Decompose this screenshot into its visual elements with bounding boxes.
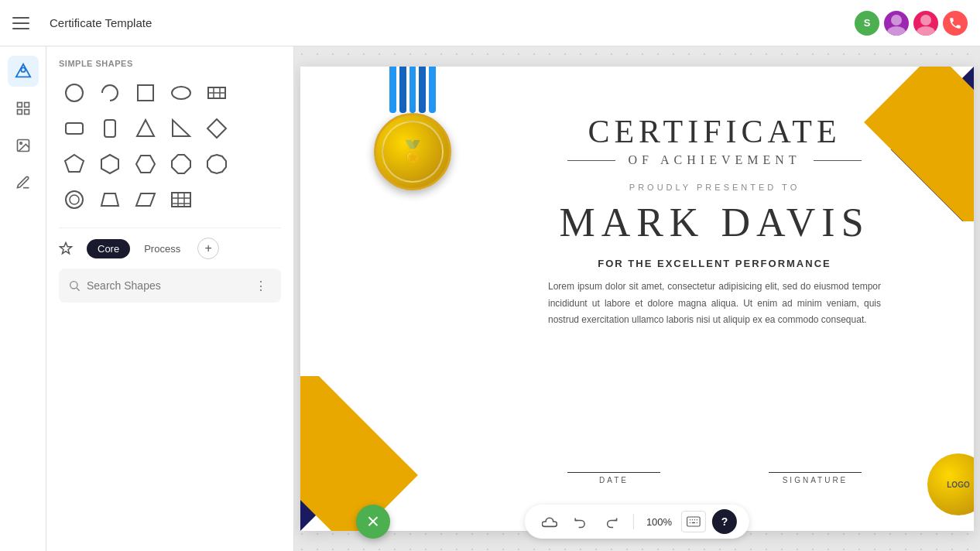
certificate-name: MARK DAVIS (559, 200, 869, 245)
svg-rect-20 (105, 120, 115, 137)
sidebar-icon-draw[interactable] (8, 167, 39, 198)
shapes-search-bar: ⋮ (59, 269, 281, 303)
shape-hexagon-2[interactable] (130, 149, 161, 180)
svg-marker-23 (207, 119, 226, 138)
shape-parallelogram[interactable] (130, 184, 161, 215)
certificate-content: CERTIFICATE OF ACHIEVEMENT PROUDLY PRESE… (502, 113, 927, 484)
menu-button[interactable] (12, 11, 37, 36)
svg-marker-27 (172, 155, 190, 173)
undo-button[interactable] (568, 509, 593, 534)
certificate-lorem: Lorem ipsum dolor sit amet, consectetur … (548, 279, 881, 329)
svg-point-0 (891, 15, 902, 26)
sidebar-icon-shapes[interactable] (8, 56, 39, 87)
bottom-toolbar: 100% ? (525, 505, 749, 539)
avatar-s[interactable]: S (855, 11, 879, 36)
shape-circle[interactable] (59, 77, 90, 108)
cert-signature-label: SIGNATURE (783, 476, 848, 484)
avatar-p1[interactable] (884, 11, 909, 36)
svg-marker-32 (136, 193, 155, 206)
shapes-grid (59, 77, 281, 215)
svg-point-12 (66, 84, 83, 101)
certificate-subtitle-row: OF ACHIEVEMENT (567, 153, 862, 167)
shape-arc[interactable] (94, 77, 125, 108)
svg-point-29 (66, 191, 83, 208)
svg-rect-7 (24, 103, 29, 108)
search-shapes-input[interactable] (87, 279, 244, 292)
document-title: Certificate Template (50, 16, 855, 29)
fab-button[interactable]: × (356, 505, 390, 539)
svg-point-3 (917, 26, 935, 36)
svg-point-5 (21, 67, 26, 72)
svg-rect-33 (172, 193, 190, 207)
certificate-title: CERTIFICATE (588, 113, 841, 150)
medal: 🏅 (362, 67, 463, 190)
certificate-performance: FOR THE EXCELLENT PERFORMANCE (598, 258, 831, 269)
medal-ribbon (389, 67, 436, 113)
cert-date-sig: DATE (567, 472, 660, 484)
svg-point-1 (887, 26, 906, 36)
shape-rounded-rect-2[interactable] (94, 113, 125, 144)
keyboard-icon-button[interactable] (681, 511, 706, 532)
simple-shapes-label: SIMPLE SHAPES (59, 59, 281, 68)
left-sidebar (0, 46, 46, 551)
certificate-subtitle: OF ACHIEVEMENT (628, 153, 800, 167)
svg-point-39 (70, 282, 77, 289)
shape-grid-rect[interactable] (201, 77, 232, 108)
svg-rect-6 (17, 103, 22, 108)
medal-circle: 🏅 (374, 113, 451, 190)
shape-circle-2[interactable] (59, 184, 90, 215)
svg-marker-21 (137, 120, 154, 136)
svg-rect-41 (687, 517, 701, 526)
svg-marker-28 (207, 155, 226, 173)
shape-rounded-rect[interactable] (59, 113, 90, 144)
shapes-tab-process[interactable]: Process (133, 239, 191, 258)
shape-diamond[interactable] (201, 113, 232, 144)
svg-marker-26 (136, 156, 155, 173)
shape-table[interactable] (166, 184, 197, 215)
shapes-tab-add[interactable]: + (197, 238, 219, 259)
zoom-level: 100% (643, 516, 675, 528)
search-icon (68, 279, 81, 292)
shapes-search-more-button[interactable]: ⋮ (250, 275, 272, 296)
cloud-icon-button[interactable] (537, 509, 562, 534)
collaborators-area: S (855, 11, 968, 36)
sidebar-icon-image[interactable] (8, 130, 39, 161)
shape-octagon[interactable] (166, 149, 197, 180)
shape-right-triangle[interactable] (166, 113, 197, 144)
svg-marker-24 (65, 155, 84, 172)
svg-rect-9 (24, 110, 29, 115)
avatar-p2[interactable] (913, 11, 938, 36)
cert-logo-circle: LOGO (927, 453, 974, 515)
shapes-tab-core[interactable]: Core (87, 239, 130, 258)
shape-decagon[interactable] (201, 149, 232, 180)
shapes-tabs: Core Process + (59, 228, 281, 259)
main-area: SIMPLE SHAPES (0, 46, 980, 551)
shape-triangle[interactable] (130, 113, 161, 144)
call-button[interactable] (943, 11, 968, 36)
redo-button[interactable] (599, 509, 624, 534)
shape-square[interactable] (130, 77, 161, 108)
svg-point-2 (920, 15, 931, 26)
canvas-area[interactable]: 🏅 CERTIFICATE OF ACHIEVEMENT PROUDLY PRE… (294, 46, 980, 551)
svg-marker-25 (101, 155, 118, 173)
help-button[interactable]: ? (712, 509, 737, 534)
svg-marker-31 (101, 193, 118, 206)
svg-point-11 (19, 142, 21, 145)
shape-ellipse[interactable] (166, 77, 197, 108)
shapes-panel: SIMPLE SHAPES (46, 46, 294, 551)
svg-rect-19 (66, 123, 83, 134)
shape-hexagon[interactable] (94, 149, 125, 180)
cert-date-label: DATE (599, 476, 629, 484)
shape-trapezoid[interactable] (94, 184, 125, 215)
svg-point-30 (70, 195, 79, 204)
sidebar-icon-grid[interactable] (8, 93, 39, 124)
svg-line-40 (77, 288, 80, 291)
cert-corner-bl (300, 376, 494, 531)
svg-rect-13 (138, 85, 153, 101)
shape-pentagon[interactable] (59, 149, 90, 180)
svg-marker-38 (60, 243, 72, 254)
svg-point-14 (172, 87, 190, 99)
svg-marker-4 (15, 64, 29, 77)
certificate-presented: PROUDLY PRESENTED TO (629, 183, 800, 192)
certificate: 🏅 CERTIFICATE OF ACHIEVEMENT PROUDLY PRE… (300, 67, 974, 531)
